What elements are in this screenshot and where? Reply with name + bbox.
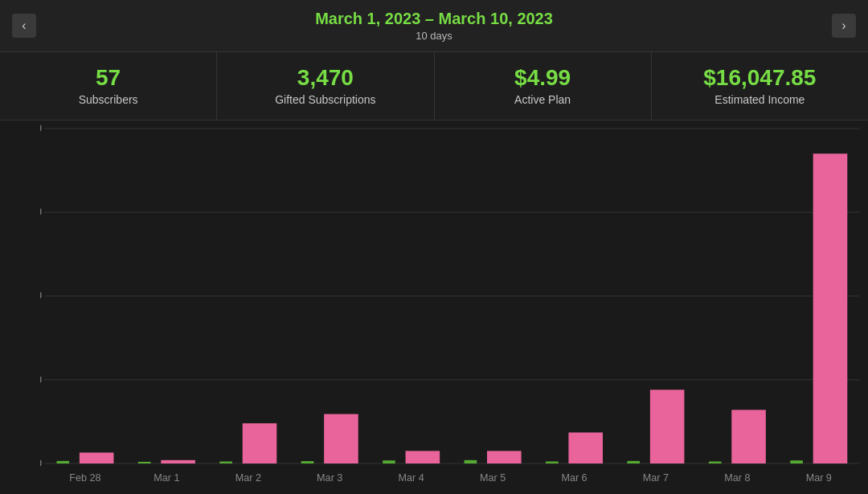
svg-text:Mar 4: Mar 4 <box>399 472 424 484</box>
svg-text:Mar 9: Mar 9 <box>806 472 832 484</box>
prev-button[interactable]: ‹ <box>12 14 36 38</box>
chart-svg: 05001,0001,5002,000Feb 28Mar 1Mar 2Mar 3… <box>40 120 868 494</box>
svg-text:2,000: 2,000 <box>40 122 42 134</box>
svg-rect-38 <box>813 153 848 463</box>
svg-text:1,000: 1,000 <box>40 290 42 302</box>
income-label: Estimated Income <box>714 93 805 106</box>
svg-rect-37 <box>790 460 803 463</box>
next-button[interactable]: › <box>832 14 856 38</box>
chevron-right-icon: › <box>841 18 845 33</box>
svg-rect-13 <box>138 462 151 463</box>
svg-text:1,500: 1,500 <box>40 206 42 218</box>
svg-rect-28 <box>546 461 559 463</box>
svg-rect-22 <box>383 460 395 463</box>
svg-rect-31 <box>627 461 640 463</box>
svg-rect-11 <box>80 452 114 463</box>
svg-rect-20 <box>324 414 358 463</box>
svg-rect-14 <box>161 460 195 463</box>
date-range: March 1, 2023 – March 10, 2023 <box>315 10 553 28</box>
svg-text:Mar 8: Mar 8 <box>724 472 750 484</box>
days-label: 10 days <box>315 30 553 42</box>
svg-text:Mar 3: Mar 3 <box>317 472 342 484</box>
svg-rect-34 <box>709 461 722 463</box>
header: ‹ March 1, 2023 – March 10, 2023 10 days… <box>0 0 868 52</box>
plan-value: $4.99 <box>514 66 571 91</box>
svg-rect-26 <box>487 451 522 463</box>
svg-text:Mar 2: Mar 2 <box>235 472 261 484</box>
stat-income: $16,047.85 Estimated Income <box>652 52 868 120</box>
svg-rect-25 <box>465 460 477 463</box>
chart-area: 05001,0001,5002,000Feb 28Mar 1Mar 2Mar 3… <box>0 120 868 494</box>
svg-rect-29 <box>568 432 603 463</box>
svg-text:Mar 6: Mar 6 <box>561 472 587 484</box>
stat-gifted: 3,470 Gifted Subscriptions <box>217 52 434 120</box>
svg-rect-32 <box>650 390 685 463</box>
chevron-left-icon: ‹ <box>22 18 26 33</box>
svg-rect-35 <box>731 410 766 463</box>
svg-text:500: 500 <box>40 374 42 386</box>
stats-row: 57 Subscribers 3,470 Gifted Subscription… <box>0 52 868 120</box>
stat-plan: $4.99 Active Plan <box>435 52 652 120</box>
svg-text:Mar 5: Mar 5 <box>480 472 506 484</box>
plan-label: Active Plan <box>514 93 571 106</box>
svg-text:Mar 7: Mar 7 <box>643 472 669 484</box>
subscribers-value: 57 <box>96 66 121 91</box>
gifted-value: 3,470 <box>297 66 354 91</box>
svg-text:Mar 1: Mar 1 <box>154 472 179 484</box>
svg-rect-16 <box>219 461 232 463</box>
svg-rect-23 <box>406 451 440 463</box>
header-center: March 1, 2023 – March 10, 2023 10 days <box>315 10 553 42</box>
svg-text:0: 0 <box>40 457 42 469</box>
svg-rect-17 <box>243 423 277 463</box>
svg-rect-10 <box>56 461 69 463</box>
stat-subscribers: 57 Subscribers <box>0 52 217 120</box>
income-value: $16,047.85 <box>703 66 816 91</box>
gifted-label: Gifted Subscriptions <box>275 93 375 106</box>
svg-rect-19 <box>301 461 314 463</box>
svg-text:Feb 28: Feb 28 <box>69 472 100 484</box>
subscribers-label: Subscribers <box>79 93 138 106</box>
